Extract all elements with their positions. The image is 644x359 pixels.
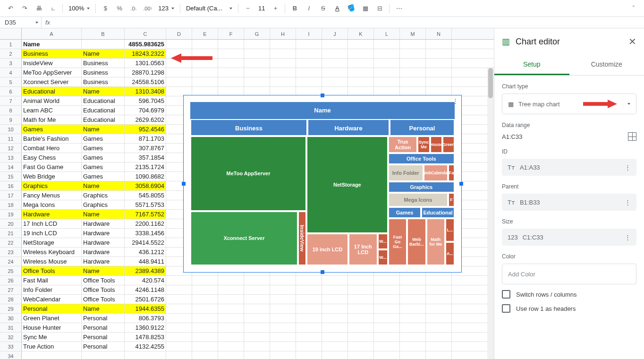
cell[interactable] — [166, 276, 192, 285]
cell[interactable] — [192, 314, 218, 323]
cell[interactable] — [270, 295, 296, 304]
cell[interactable]: 1090.8682 — [125, 172, 166, 181]
cell[interactable]: Hardware — [82, 257, 125, 266]
cell[interactable] — [166, 295, 192, 304]
cell[interactable]: Xconnect Server — [22, 77, 82, 86]
cell[interactable] — [322, 323, 348, 332]
cell[interactable] — [426, 77, 452, 86]
bold-button[interactable]: B — [288, 2, 301, 15]
cell[interactable]: 1478.8253 — [125, 333, 166, 342]
cell[interactable]: 806.3793 — [125, 314, 166, 323]
cell[interactable] — [400, 276, 426, 285]
cell[interactable] — [166, 68, 192, 77]
row-header[interactable]: 21 — [0, 229, 22, 238]
cell[interactable]: Graphics — [82, 191, 125, 200]
close-button[interactable]: ✕ — [628, 36, 636, 47]
cell[interactable]: Graphics — [22, 181, 82, 190]
row-header[interactable]: 18 — [0, 200, 22, 209]
cell[interactable] — [82, 351, 125, 359]
cell[interactable]: Learn ABC — [22, 106, 82, 115]
cell[interactable]: Animal World — [22, 96, 82, 105]
cell[interactable] — [296, 59, 322, 68]
cell[interactable] — [270, 59, 296, 68]
cell[interactable]: Educational — [22, 87, 82, 96]
cell[interactable]: Games — [22, 125, 82, 134]
cell[interactable] — [244, 77, 270, 86]
cell[interactable]: Personal — [82, 342, 125, 351]
cell[interactable] — [348, 333, 374, 342]
cell[interactable] — [270, 68, 296, 77]
row-header[interactable]: 20 — [0, 219, 22, 228]
cell[interactable] — [270, 49, 296, 58]
table-row[interactable]: 32Sync MePersonal1478.8253 — [0, 333, 494, 342]
cell[interactable] — [374, 68, 400, 77]
cell[interactable] — [348, 40, 374, 49]
cell[interactable] — [192, 304, 218, 313]
table-row[interactable]: 33True ActionPersonal4132.4255 — [0, 342, 494, 351]
cell[interactable] — [270, 314, 296, 323]
cell[interactable]: Games — [82, 153, 125, 162]
cell[interactable] — [192, 276, 218, 285]
cell[interactable] — [218, 49, 244, 58]
more-formats-button[interactable]: 123 — [155, 2, 177, 15]
row-header[interactable]: 12 — [0, 144, 22, 153]
cell[interactable] — [426, 323, 452, 332]
tab-customize[interactable]: Customize — [569, 55, 644, 75]
row-header[interactable]: 5 — [0, 77, 22, 86]
table-row[interactable]: 1Name4855.983625 — [0, 40, 494, 49]
cell[interactable] — [322, 333, 348, 342]
cell[interactable]: 4855.983625 — [125, 40, 166, 49]
font-select[interactable]: Default (Ca... — [183, 2, 235, 15]
cell[interactable] — [374, 342, 400, 351]
cell[interactable] — [296, 40, 322, 49]
cell[interactable] — [374, 295, 400, 304]
cell[interactable]: 871.1703 — [125, 134, 166, 143]
cell[interactable] — [374, 285, 400, 294]
column-header[interactable]: F — [218, 28, 244, 39]
cell[interactable]: Green Planet — [22, 314, 82, 323]
row-header[interactable]: 29 — [0, 304, 22, 313]
cell[interactable] — [270, 323, 296, 332]
cell[interactable] — [426, 285, 452, 294]
row-header[interactable]: 27 — [0, 285, 22, 294]
column-header[interactable]: A — [22, 28, 82, 39]
cell[interactable]: Office Tools — [82, 285, 125, 294]
cell[interactable] — [166, 49, 192, 58]
cell[interactable]: Office Tools — [82, 276, 125, 285]
row-header[interactable]: 33 — [0, 342, 22, 351]
cell[interactable] — [244, 304, 270, 313]
cell[interactable] — [192, 77, 218, 86]
cell[interactable] — [166, 59, 192, 68]
cell[interactable] — [400, 285, 426, 294]
cell[interactable]: 5571.5753 — [125, 200, 166, 209]
table-row[interactable]: 34 — [0, 351, 494, 359]
name-box[interactable]: D35 — [0, 17, 42, 28]
cell[interactable] — [244, 314, 270, 323]
cell[interactable] — [270, 285, 296, 294]
row-header[interactable]: 14 — [0, 162, 22, 171]
cell[interactable] — [374, 304, 400, 313]
cell[interactable] — [348, 285, 374, 294]
cell[interactable] — [374, 77, 400, 86]
cell[interactable] — [426, 40, 452, 49]
column-header[interactable]: L — [374, 28, 400, 39]
cell[interactable] — [400, 314, 426, 323]
cell[interactable] — [192, 323, 218, 332]
format-percent-button[interactable]: % — [113, 2, 126, 15]
cell[interactable] — [348, 314, 374, 323]
cell[interactable] — [218, 68, 244, 77]
chart-type-select[interactable]: ▦Tree map chart — [502, 94, 636, 114]
field-menu-button[interactable]: ⋮ — [625, 234, 631, 241]
cell[interactable] — [322, 342, 348, 351]
cell[interactable] — [374, 351, 400, 359]
spreadsheet-grid[interactable]: ABCDEFGHIJKLMN 1Name4855.9836252Business… — [0, 28, 494, 359]
cell[interactable] — [374, 314, 400, 323]
table-row[interactable]: 26Fast MailOffice Tools420.574 — [0, 276, 494, 285]
cell[interactable]: Math for Me — [22, 115, 82, 124]
cell[interactable] — [348, 49, 374, 58]
cell[interactable]: Name — [82, 266, 125, 275]
cell[interactable] — [244, 285, 270, 294]
cell[interactable] — [322, 304, 348, 313]
cell[interactable]: 1360.9122 — [125, 323, 166, 332]
cell[interactable] — [322, 314, 348, 323]
